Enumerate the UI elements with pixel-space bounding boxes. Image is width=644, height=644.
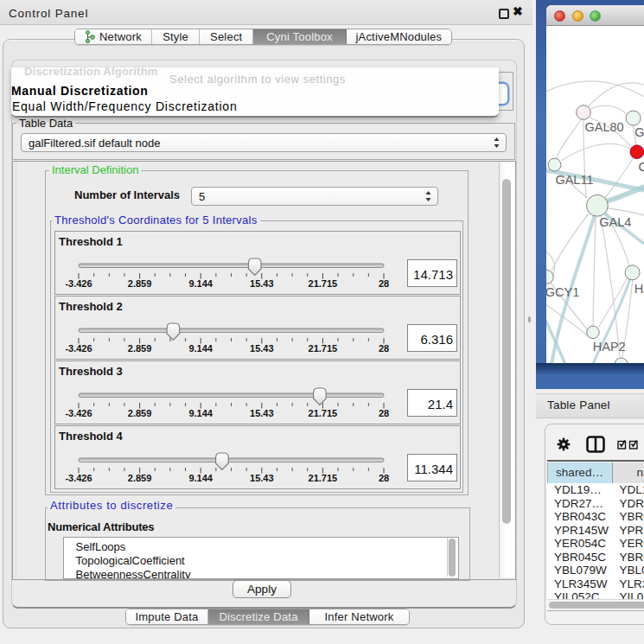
svg-text:HA: HA bbox=[634, 282, 644, 296]
svg-text:28: 28 bbox=[379, 343, 389, 354]
svg-text:2.859: 2.859 bbox=[128, 473, 152, 483]
svg-text:15.43: 15.43 bbox=[250, 343, 274, 354]
svg-text:GAL11: GAL11 bbox=[555, 173, 593, 187]
svg-text:GCY1: GCY1 bbox=[546, 285, 579, 299]
svg-text:21.715: 21.715 bbox=[309, 278, 338, 289]
svg-text:15.43: 15.43 bbox=[250, 278, 274, 289]
svg-text:GA: GA bbox=[634, 125, 644, 139]
svg-text:CY: CY bbox=[639, 160, 644, 174]
svg-text:15.43: 15.43 bbox=[250, 408, 274, 418]
svg-text:2.859: 2.859 bbox=[128, 408, 152, 418]
svg-text:15.43: 15.43 bbox=[250, 473, 274, 483]
svg-text:HAP2: HAP2 bbox=[593, 340, 626, 354]
svg-text:21.715: 21.715 bbox=[309, 408, 338, 418]
svg-text:9.144: 9.144 bbox=[188, 408, 213, 418]
svg-text:28: 28 bbox=[379, 408, 389, 418]
svg-text:2.859: 2.859 bbox=[128, 343, 152, 354]
svg-text:-3.426: -3.426 bbox=[65, 343, 92, 354]
svg-text:21.715: 21.715 bbox=[309, 473, 338, 483]
svg-text:-3.426: -3.426 bbox=[65, 408, 92, 418]
svg-text:21.715: 21.715 bbox=[309, 343, 338, 354]
svg-text:GAL4: GAL4 bbox=[599, 215, 631, 229]
svg-text:9.144: 9.144 bbox=[188, 278, 213, 289]
svg-text:9.144: 9.144 bbox=[188, 343, 213, 354]
svg-text:GAL80: GAL80 bbox=[585, 120, 624, 134]
svg-text:-3.426: -3.426 bbox=[65, 473, 92, 483]
svg-text:28: 28 bbox=[379, 473, 389, 483]
svg-text:28: 28 bbox=[379, 278, 389, 289]
svg-text:9.144: 9.144 bbox=[188, 473, 213, 483]
svg-text:2.859: 2.859 bbox=[128, 278, 152, 289]
svg-text:-3.426: -3.426 bbox=[65, 278, 92, 289]
